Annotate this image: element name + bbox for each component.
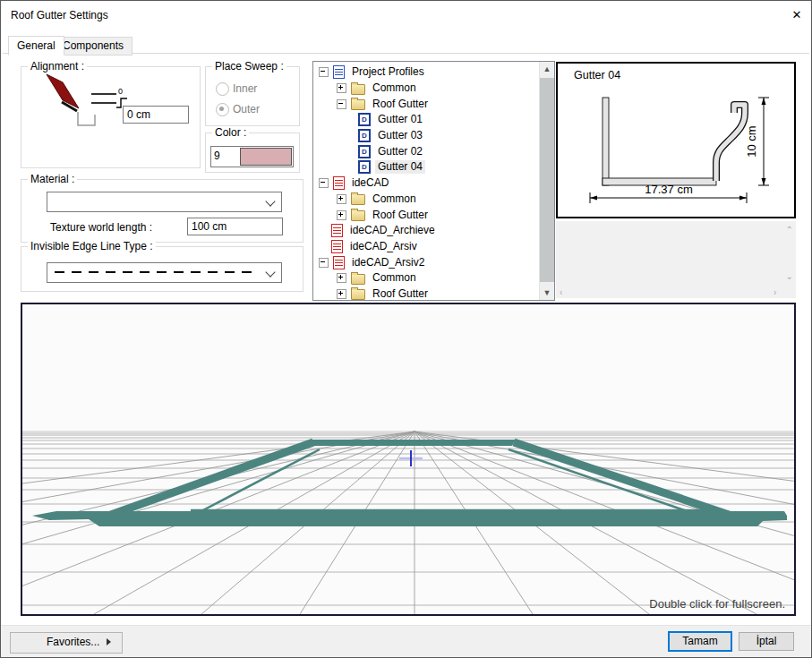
scroll-left-icon[interactable]: ‹ <box>560 287 562 297</box>
title-bar: Roof Gutter Settings ✕ <box>1 1 811 30</box>
tab-general-label: General <box>17 39 56 52</box>
texture-length-input[interactable]: 100 cm <box>187 218 283 235</box>
expand-icon[interactable] <box>337 210 346 220</box>
tree-item[interactable]: DGutter 02 <box>313 143 537 159</box>
collapse-icon[interactable] <box>319 258 329 268</box>
profile-tree[interactable]: Project Profiles Common Roof Gutter DGut… <box>312 61 555 301</box>
profile-preview-panel: Gutter 04 17.37 cm 10 cm <box>556 62 796 218</box>
gutter-3d-viewport[interactable]: Double click for fullscreen. <box>21 303 796 616</box>
tree-item[interactable]: DGutter 01 <box>313 112 537 128</box>
scroll-up-icon[interactable]: ▲ <box>540 62 554 76</box>
alignment-offset-input[interactable]: 0 cm <box>123 106 189 124</box>
roof-gutter-settings-dialog: Roof Gutter Settings ✕ General Component… <box>0 0 812 658</box>
footer-bar: Favorites... Tamam İptal <box>1 625 811 658</box>
material-dropdown[interactable] <box>47 192 282 212</box>
tree-item[interactable]: Common <box>313 270 537 286</box>
fullscreen-hint: Double click for fullscreen. <box>649 597 785 611</box>
chevron-down-icon <box>265 196 275 206</box>
tree-item-selected[interactable]: DGutter 04 <box>313 159 537 175</box>
expand-icon[interactable] <box>337 289 346 299</box>
tree-item[interactable]: Common <box>313 81 537 97</box>
document-icon <box>331 240 343 253</box>
tab-components-label: Components <box>63 39 124 52</box>
gutter-3d-scene <box>22 304 794 614</box>
tree-item[interactable]: Project Profiles <box>313 64 537 81</box>
gutter-profile-drawing: 17.37 cm 10 cm <box>558 64 794 217</box>
scroll-down-icon[interactable]: ⌄ <box>786 271 793 281</box>
collapse-icon[interactable] <box>337 99 346 109</box>
tree-item[interactable]: DGutter 03 <box>313 128 537 144</box>
expand-icon[interactable] <box>337 194 346 204</box>
window-title: Roof Gutter Settings <box>11 9 108 21</box>
scroll-down-icon[interactable]: ▼ <box>540 286 554 300</box>
folder-icon <box>351 84 365 95</box>
tree-item[interactable]: Roof Gutter <box>313 286 537 301</box>
material-group: Material : Texture world length : 100 cm <box>21 179 303 243</box>
material-dropdown-value <box>47 195 51 208</box>
favorites-button[interactable]: Favorites... <box>10 632 123 654</box>
tree-item[interactable]: Common <box>313 192 537 208</box>
place-sweep-group-label: Place Sweep : <box>212 60 286 73</box>
width-dimension-label: 17.37 cm <box>645 183 692 196</box>
place-sweep-group: Place Sweep : Inner Outer <box>205 66 300 126</box>
gutter-profile-icon: D <box>358 160 371 174</box>
document-icon <box>333 65 345 79</box>
material-group-label: Material : <box>28 173 77 185</box>
close-icon[interactable]: ✕ <box>789 7 805 23</box>
folder-icon <box>351 274 365 285</box>
tab-general[interactable]: General <box>8 36 64 56</box>
expand-icon[interactable] <box>337 83 346 93</box>
scroll-up-icon[interactable]: ⌃ <box>786 225 793 235</box>
preview-scroll-area[interactable]: ⌃ ⌄ ‹ › <box>556 221 796 298</box>
gutter-profile-icon: D <box>358 145 371 158</box>
favorites-button-label: Favorites... <box>47 636 99 648</box>
tree-item[interactable]: ideCAD_Archieve <box>313 223 537 239</box>
texture-length-label: Texture world length : <box>50 221 152 234</box>
invisible-edge-group: Invisible Edge Line Type : <box>21 246 303 292</box>
gutter-profile-icon: D <box>358 129 371 142</box>
tree-item[interactable]: ideCAD_Arsiv2 <box>313 254 537 270</box>
tab-components[interactable]: Components <box>54 37 132 56</box>
document-icon <box>333 176 345 190</box>
tree-item[interactable]: Roof Gutter <box>313 96 537 112</box>
scrollbar-thumb[interactable] <box>540 78 554 282</box>
scroll-right-icon[interactable]: › <box>774 287 776 297</box>
folder-icon <box>351 289 365 300</box>
collapse-icon[interactable] <box>319 67 329 77</box>
inner-radio-label: Inner <box>233 82 257 95</box>
line-type-dropdown[interactable] <box>47 262 282 283</box>
tree-item[interactable]: Roof Gutter <box>313 207 537 223</box>
tree-scrollbar[interactable]: ▲ ▼ <box>539 62 554 300</box>
expand-icon[interactable] <box>337 273 346 283</box>
ok-button[interactable]: Tamam <box>668 631 732 652</box>
alignment-zero-label: 0 <box>118 87 123 96</box>
inner-radio[interactable] <box>216 82 229 96</box>
outer-radio-label: Outer <box>233 103 260 115</box>
color-index-value[interactable]: 9 <box>211 147 239 167</box>
tree-item[interactable]: ideCAD_Arsiv <box>313 239 537 255</box>
folder-icon <box>351 99 365 110</box>
alignment-group-label: Alignment : <box>28 60 87 73</box>
document-icon <box>333 256 345 269</box>
document-icon <box>331 224 343 237</box>
color-picker[interactable]: 9 <box>210 146 294 167</box>
collapse-icon[interactable] <box>319 178 329 188</box>
color-group-label: Color : <box>212 126 249 139</box>
folder-icon <box>351 210 365 221</box>
chevron-down-icon <box>265 267 275 277</box>
tree-item[interactable]: ideCAD <box>313 175 537 192</box>
color-swatch[interactable] <box>240 148 292 166</box>
cancel-button[interactable]: İptal <box>739 632 794 651</box>
preview-title: Gutter 04 <box>574 69 620 81</box>
folder-icon <box>351 194 365 205</box>
color-group: Color : 9 <box>205 132 300 173</box>
outer-radio[interactable] <box>216 103 229 116</box>
height-dimension-label: 10 cm <box>745 125 758 157</box>
invisible-edge-group-label: Invisible Edge Line Type : <box>28 240 156 252</box>
arrow-right-icon <box>107 638 111 645</box>
gutter-profile-icon: D <box>358 113 371 126</box>
dashed-line-sample <box>55 271 256 273</box>
